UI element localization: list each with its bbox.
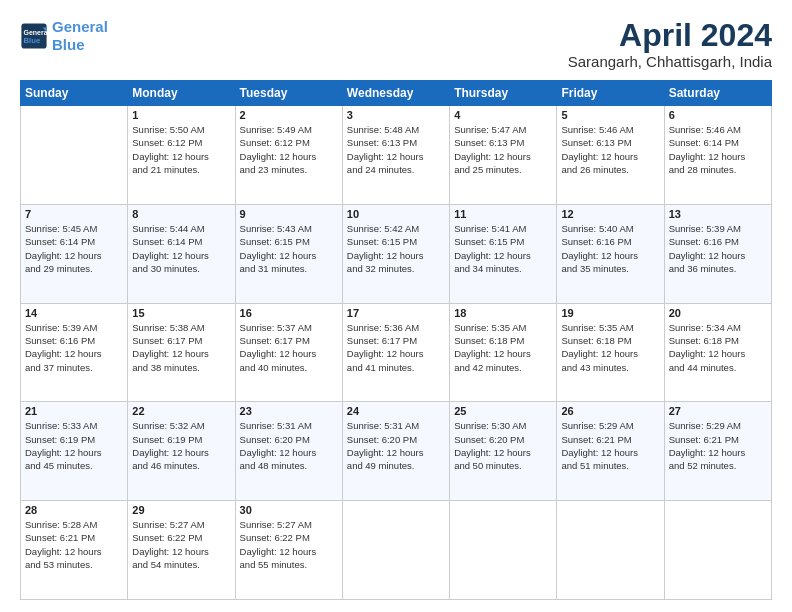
header-tuesday: Tuesday	[235, 81, 342, 106]
day-info: Sunrise: 5:38 AMSunset: 6:17 PMDaylight:…	[132, 321, 230, 374]
day-cell: 8Sunrise: 5:44 AMSunset: 6:14 PMDaylight…	[128, 204, 235, 303]
day-info: Sunrise: 5:27 AMSunset: 6:22 PMDaylight:…	[240, 518, 338, 571]
day-number: 20	[669, 307, 767, 319]
day-number: 6	[669, 109, 767, 121]
day-number: 24	[347, 405, 445, 417]
header-thursday: Thursday	[450, 81, 557, 106]
day-cell: 24Sunrise: 5:31 AMSunset: 6:20 PMDayligh…	[342, 402, 449, 501]
day-info: Sunrise: 5:47 AMSunset: 6:13 PMDaylight:…	[454, 123, 552, 176]
header-row: SundayMondayTuesdayWednesdayThursdayFrid…	[21, 81, 772, 106]
day-number: 11	[454, 208, 552, 220]
day-info: Sunrise: 5:35 AMSunset: 6:18 PMDaylight:…	[454, 321, 552, 374]
day-info: Sunrise: 5:34 AMSunset: 6:18 PMDaylight:…	[669, 321, 767, 374]
logo-text: GeneralBlue	[52, 18, 108, 54]
day-cell: 10Sunrise: 5:42 AMSunset: 6:15 PMDayligh…	[342, 204, 449, 303]
svg-text:Blue: Blue	[24, 36, 41, 45]
header-friday: Friday	[557, 81, 664, 106]
day-info: Sunrise: 5:32 AMSunset: 6:19 PMDaylight:…	[132, 419, 230, 472]
day-info: Sunrise: 5:35 AMSunset: 6:18 PMDaylight:…	[561, 321, 659, 374]
day-number: 2	[240, 109, 338, 121]
day-number: 5	[561, 109, 659, 121]
day-cell: 4Sunrise: 5:47 AMSunset: 6:13 PMDaylight…	[450, 106, 557, 205]
day-info: Sunrise: 5:39 AMSunset: 6:16 PMDaylight:…	[669, 222, 767, 275]
day-cell: 27Sunrise: 5:29 AMSunset: 6:21 PMDayligh…	[664, 402, 771, 501]
day-info: Sunrise: 5:44 AMSunset: 6:14 PMDaylight:…	[132, 222, 230, 275]
day-cell: 9Sunrise: 5:43 AMSunset: 6:15 PMDaylight…	[235, 204, 342, 303]
day-cell: 21Sunrise: 5:33 AMSunset: 6:19 PMDayligh…	[21, 402, 128, 501]
day-number: 15	[132, 307, 230, 319]
header-sunday: Sunday	[21, 81, 128, 106]
calendar-page: General Blue GeneralBlue April 2024 Sara…	[0, 0, 792, 612]
day-number: 14	[25, 307, 123, 319]
day-info: Sunrise: 5:29 AMSunset: 6:21 PMDaylight:…	[561, 419, 659, 472]
day-cell: 12Sunrise: 5:40 AMSunset: 6:16 PMDayligh…	[557, 204, 664, 303]
day-number: 26	[561, 405, 659, 417]
day-number: 19	[561, 307, 659, 319]
day-cell: 15Sunrise: 5:38 AMSunset: 6:17 PMDayligh…	[128, 303, 235, 402]
day-cell: 20Sunrise: 5:34 AMSunset: 6:18 PMDayligh…	[664, 303, 771, 402]
page-header: General Blue GeneralBlue April 2024 Sara…	[20, 18, 772, 70]
calendar-table: SundayMondayTuesdayWednesdayThursdayFrid…	[20, 80, 772, 600]
day-cell: 28Sunrise: 5:28 AMSunset: 6:21 PMDayligh…	[21, 501, 128, 600]
day-number: 8	[132, 208, 230, 220]
day-cell	[342, 501, 449, 600]
day-number: 16	[240, 307, 338, 319]
day-info: Sunrise: 5:39 AMSunset: 6:16 PMDaylight:…	[25, 321, 123, 374]
day-number: 22	[132, 405, 230, 417]
day-number: 23	[240, 405, 338, 417]
day-info: Sunrise: 5:29 AMSunset: 6:21 PMDaylight:…	[669, 419, 767, 472]
day-number: 1	[132, 109, 230, 121]
day-cell: 13Sunrise: 5:39 AMSunset: 6:16 PMDayligh…	[664, 204, 771, 303]
day-number: 18	[454, 307, 552, 319]
day-info: Sunrise: 5:48 AMSunset: 6:13 PMDaylight:…	[347, 123, 445, 176]
week-row-1: 1Sunrise: 5:50 AMSunset: 6:12 PMDaylight…	[21, 106, 772, 205]
day-cell: 18Sunrise: 5:35 AMSunset: 6:18 PMDayligh…	[450, 303, 557, 402]
day-info: Sunrise: 5:40 AMSunset: 6:16 PMDaylight:…	[561, 222, 659, 275]
day-number: 25	[454, 405, 552, 417]
day-number: 9	[240, 208, 338, 220]
day-info: Sunrise: 5:49 AMSunset: 6:12 PMDaylight:…	[240, 123, 338, 176]
day-number: 17	[347, 307, 445, 319]
day-number: 7	[25, 208, 123, 220]
day-number: 10	[347, 208, 445, 220]
day-cell: 1Sunrise: 5:50 AMSunset: 6:12 PMDaylight…	[128, 106, 235, 205]
day-cell	[450, 501, 557, 600]
day-cell: 7Sunrise: 5:45 AMSunset: 6:14 PMDaylight…	[21, 204, 128, 303]
day-info: Sunrise: 5:27 AMSunset: 6:22 PMDaylight:…	[132, 518, 230, 571]
day-info: Sunrise: 5:46 AMSunset: 6:13 PMDaylight:…	[561, 123, 659, 176]
day-cell: 26Sunrise: 5:29 AMSunset: 6:21 PMDayligh…	[557, 402, 664, 501]
day-cell: 29Sunrise: 5:27 AMSunset: 6:22 PMDayligh…	[128, 501, 235, 600]
month-title: April 2024	[568, 18, 772, 53]
week-row-4: 21Sunrise: 5:33 AMSunset: 6:19 PMDayligh…	[21, 402, 772, 501]
location: Sarangarh, Chhattisgarh, India	[568, 53, 772, 70]
logo: General Blue GeneralBlue	[20, 18, 108, 54]
svg-text:General: General	[24, 29, 49, 36]
day-info: Sunrise: 5:31 AMSunset: 6:20 PMDaylight:…	[347, 419, 445, 472]
day-cell	[557, 501, 664, 600]
day-info: Sunrise: 5:46 AMSunset: 6:14 PMDaylight:…	[669, 123, 767, 176]
day-cell: 30Sunrise: 5:27 AMSunset: 6:22 PMDayligh…	[235, 501, 342, 600]
week-row-2: 7Sunrise: 5:45 AMSunset: 6:14 PMDaylight…	[21, 204, 772, 303]
day-cell: 6Sunrise: 5:46 AMSunset: 6:14 PMDaylight…	[664, 106, 771, 205]
day-info: Sunrise: 5:33 AMSunset: 6:19 PMDaylight:…	[25, 419, 123, 472]
header-monday: Monday	[128, 81, 235, 106]
day-cell: 16Sunrise: 5:37 AMSunset: 6:17 PMDayligh…	[235, 303, 342, 402]
day-info: Sunrise: 5:30 AMSunset: 6:20 PMDaylight:…	[454, 419, 552, 472]
day-cell: 25Sunrise: 5:30 AMSunset: 6:20 PMDayligh…	[450, 402, 557, 501]
day-cell	[21, 106, 128, 205]
day-number: 30	[240, 504, 338, 516]
day-number: 21	[25, 405, 123, 417]
day-info: Sunrise: 5:45 AMSunset: 6:14 PMDaylight:…	[25, 222, 123, 275]
day-number: 28	[25, 504, 123, 516]
day-number: 12	[561, 208, 659, 220]
day-cell: 17Sunrise: 5:36 AMSunset: 6:17 PMDayligh…	[342, 303, 449, 402]
day-info: Sunrise: 5:28 AMSunset: 6:21 PMDaylight:…	[25, 518, 123, 571]
day-cell	[664, 501, 771, 600]
day-cell: 23Sunrise: 5:31 AMSunset: 6:20 PMDayligh…	[235, 402, 342, 501]
day-info: Sunrise: 5:31 AMSunset: 6:20 PMDaylight:…	[240, 419, 338, 472]
day-info: Sunrise: 5:50 AMSunset: 6:12 PMDaylight:…	[132, 123, 230, 176]
day-info: Sunrise: 5:36 AMSunset: 6:17 PMDaylight:…	[347, 321, 445, 374]
day-info: Sunrise: 5:43 AMSunset: 6:15 PMDaylight:…	[240, 222, 338, 275]
title-block: April 2024 Sarangarh, Chhattisgarh, Indi…	[568, 18, 772, 70]
day-number: 29	[132, 504, 230, 516]
